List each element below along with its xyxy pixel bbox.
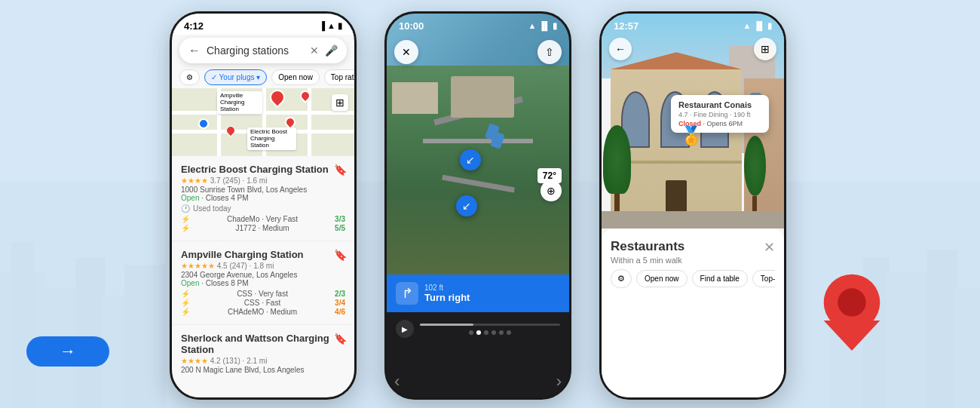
- charger-count: 3/4: [335, 299, 345, 307]
- tune-icon: ⚙: [617, 274, 625, 283]
- structure-1: [451, 76, 515, 118]
- phone2-time: 10:00: [399, 20, 424, 32]
- restaurant-rating: 4.7: [678, 111, 688, 118]
- station-meta: ★★★★★ 4.5 (247) · 1.8 mi: [181, 262, 345, 270]
- plugs-filter-button[interactable]: ✓ Your plugs ▾: [204, 69, 267, 85]
- find-table-label: Find a table: [700, 275, 740, 283]
- map-label-electric-boost: Electric Boost Charging Station: [247, 127, 296, 150]
- bookmark-icon[interactable]: 🔖: [334, 164, 347, 176]
- charger-icon: ⚡: [181, 308, 190, 316]
- restaurant-name: Restaurant Conais: [678, 100, 761, 109]
- clear-icon[interactable]: ✕: [310, 44, 319, 57]
- phone1-search-bar[interactable]: ← Charging stations ✕ 🎤: [179, 38, 347, 63]
- station-name: Electric Boost Charging Station: [181, 164, 345, 175]
- compass-icon: ⊕: [547, 185, 556, 197]
- filter-open-now-button[interactable]: Open now: [636, 270, 688, 287]
- restaurant-distance: 190 ft: [733, 111, 751, 118]
- station-address: 200 N Magic Lane Blvd, Los Angeles: [181, 366, 345, 374]
- map-pin-4[interactable]: [285, 117, 296, 127]
- top-rated-filter-button[interactable]: Top rated: [324, 69, 354, 85]
- filter-find-table-button[interactable]: Find a table: [692, 270, 748, 287]
- svg-rect-6: [124, 265, 166, 408]
- map-pin-3[interactable]: [300, 90, 311, 101]
- restaurant-card[interactable]: Restaurant Conais 4.7 · Fine Dining · 19…: [671, 95, 769, 133]
- map-pin-5[interactable]: [226, 126, 235, 135]
- next-step-button[interactable]: ›: [556, 372, 562, 391]
- charger-icon: ⚡: [181, 290, 190, 298]
- charger-row: ⚡ J1772 · Medium 5/5: [181, 224, 345, 232]
- prev-step-button[interactable]: ‹: [394, 372, 400, 391]
- phone2-status-icons: ▲ ▐▌ ▮: [528, 21, 557, 31]
- station-status: Open · Closes 4 PM: [181, 194, 345, 202]
- progress-dots: [420, 330, 560, 335]
- close-time: Closes 8 PM: [206, 279, 249, 287]
- layers-button[interactable]: ⊞: [754, 38, 776, 60]
- close-time: Closes 4 PM: [206, 194, 249, 202]
- map-pin-2[interactable]: [270, 90, 285, 105]
- filter-top-rated-button[interactable]: Top-rated: [752, 270, 775, 287]
- charger-row: ⚡ CSS · Very fast 2/3: [181, 290, 345, 298]
- svg-point-13: [838, 288, 865, 316]
- open-now-filter-button[interactable]: Open now: [271, 69, 320, 85]
- share-button[interactable]: ⇧: [537, 40, 562, 64]
- list-item[interactable]: Ampville Charging Station ★★★★★ 4.5 (247…: [172, 241, 354, 325]
- bookmark-icon[interactable]: 🔖: [334, 249, 347, 261]
- back-button[interactable]: ←: [609, 38, 632, 60]
- list-item[interactable]: Electric Boost Charging Station ★★★★ 3.7…: [172, 156, 354, 241]
- phone3: 12:57 ▲ ▐▌ ▮: [599, 11, 786, 400]
- review-count: (247): [229, 262, 247, 270]
- map-pin-blue[interactable]: [198, 118, 209, 129]
- open-now-label: Open now: [645, 275, 679, 283]
- used-today: 🕐 Used today: [181, 204, 345, 213]
- station-address: 2304 George Avenue, Los Angeles: [181, 271, 345, 279]
- progress-bar: [420, 324, 560, 326]
- charger-type: CHAdeMO · Medium: [228, 308, 297, 316]
- signal-icon: ▐▌: [538, 21, 550, 30]
- panel-close-button[interactable]: ✕: [764, 239, 775, 256]
- street-view-area: ← ⊞ Restaurant Conais 4.7 · Fine Dining …: [602, 14, 784, 229]
- charger-type: CSS · Fast: [244, 299, 280, 307]
- station-status: Open · Closes 8 PM: [181, 279, 345, 287]
- review-count: (131): [222, 357, 240, 365]
- restaurant-type: Fine Dining: [694, 111, 728, 118]
- tune-filter-button[interactable]: ⚙: [179, 69, 200, 85]
- filter-row: ⚙ ✓ Your plugs ▾ Open now Top rated: [172, 66, 354, 88]
- map-label-ampville: Ampville Charging Station: [217, 91, 262, 114]
- open-status: Open: [181, 194, 199, 202]
- filter-tune-button[interactable]: ⚙: [611, 269, 632, 288]
- open-status: Open: [181, 279, 199, 287]
- distance: 1.6 mi: [247, 176, 267, 185]
- panel-title-area: Restaurants Within a 5 min walk: [611, 239, 684, 265]
- battery-icon: ▮: [767, 21, 772, 31]
- dot: [507, 330, 511, 335]
- compass-button[interactable]: ⊕: [541, 180, 562, 201]
- list-item[interactable]: Sherlock and Wattson Charging Station ★★…: [172, 325, 354, 382]
- rating: 4.2: [210, 357, 221, 365]
- close-icon: ✕: [402, 46, 411, 58]
- back-arrow-icon[interactable]: ←: [188, 44, 201, 57]
- blue-arrow-button[interactable]: →: [26, 336, 109, 367]
- charger-count: 5/5: [335, 224, 345, 232]
- distance: 1.8 mi: [253, 262, 274, 270]
- chevron-right-icon: ›: [556, 372, 562, 391]
- play-button[interactable]: ▶: [396, 320, 414, 338]
- charger-icon: ⚡: [181, 215, 190, 223]
- dot: [484, 330, 488, 335]
- chevron-left-icon: ‹: [394, 372, 400, 391]
- layers-icon[interactable]: ⊞: [332, 94, 348, 111]
- progress-fill: [420, 324, 473, 326]
- nav-bottom-panel: ↱ 102 ft Turn right ▶: [387, 275, 569, 397]
- restaurant-badge-emoji: 🏅: [680, 125, 703, 146]
- close-nav-button[interactable]: ✕: [394, 40, 418, 64]
- review-count: (245): [222, 176, 240, 185]
- restaurant-panel: Restaurants Within a 5 min walk ✕ ⚙ Open…: [602, 229, 784, 397]
- bookmark-icon[interactable]: 🔖: [334, 333, 347, 345]
- panel-header: Restaurants Within a 5 min walk ✕: [611, 239, 775, 265]
- mic-icon[interactable]: 🎤: [325, 44, 338, 57]
- charger-type: CSS · Very fast: [237, 290, 288, 298]
- svg-rect-11: [954, 287, 980, 408]
- map-view[interactable]: Ampville Charging Station Electric Boost…: [172, 88, 354, 156]
- nav-arrow-1: ↙: [460, 149, 481, 170]
- plugs-label: ✓ Your plugs ▾: [211, 73, 260, 81]
- tune-icon: ⚙: [186, 73, 193, 81]
